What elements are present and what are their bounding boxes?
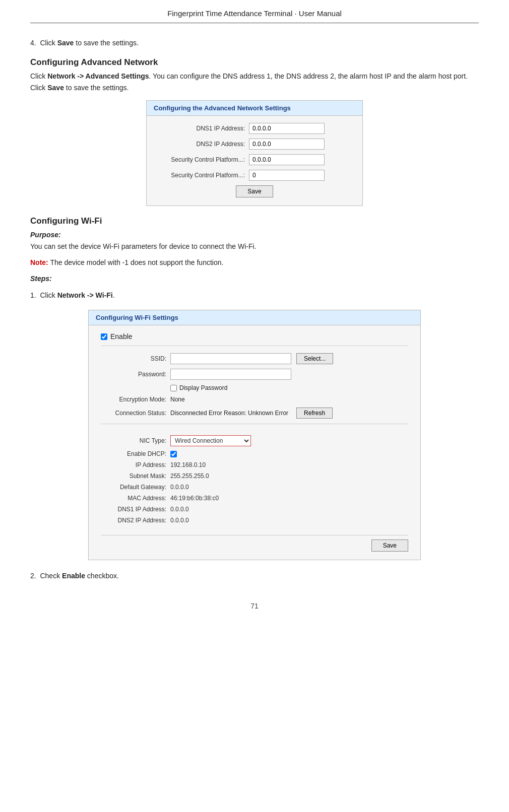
wifi-enable-checkbox[interactable] — [101, 333, 107, 340]
wifi-purpose-text: You can set the device Wi-Fi parameters … — [30, 242, 256, 250]
default-gateway-value: 0.0.0.0 — [170, 484, 189, 491]
wifi-steps-label: Steps: — [30, 275, 52, 283]
wifi-dns2-label: DNS2 IP Address: — [101, 517, 166, 524]
nic-type-label: NIC Type: — [101, 437, 166, 444]
wifi-save-button[interactable]: Save — [371, 539, 408, 552]
mac-address-value: 46:19:b6:0b:38:c0 — [170, 495, 219, 502]
wifi-connection-row: Connection Status: Disconnected Error Re… — [101, 408, 408, 424]
mac-address-row: MAC Address: 46:19:b6:0b:38:c0 — [101, 495, 408, 502]
wifi-dns2-value: 0.0.0.0 — [170, 517, 189, 524]
step4-rest: to save the settings. — [74, 39, 138, 47]
wifi-password-input[interactable] — [170, 369, 291, 380]
wifi-encryption-label: Encryption Mode: — [101, 396, 166, 403]
wifi-dns1-value: 0.0.0.0 — [170, 506, 189, 513]
wifi-dialog-body: Enable SSID: Select... Password: Display… — [89, 325, 420, 560]
wifi-steps: Steps: — [30, 273, 479, 284]
wifi-connection-status: Disconnected Error Reason: Unknown Error — [170, 410, 288, 417]
wifi-encryption-value: None — [170, 396, 185, 403]
step4-text: Click — [40, 39, 57, 47]
wifi-dns1-label: DNS1 IP Address: — [101, 506, 166, 513]
security-platform2-row: Security Control Platform...: — [157, 170, 352, 181]
wifi-encryption-row: Encryption Mode: None — [101, 396, 408, 403]
wifi-note-label: Note: — [30, 258, 48, 266]
advanced-network-title: Configuring Advanced Network — [30, 57, 479, 67]
security-platform2-input[interactable] — [249, 170, 325, 181]
header-subtitle: User Manual — [299, 9, 342, 18]
wifi-step1: 1. Click Network -> Wi-Fi. — [30, 290, 479, 301]
wifi-ssid-row: SSID: Select... — [101, 353, 408, 364]
ip-address-value: 192.168.0.10 — [170, 461, 206, 468]
wifi-password-label: Password: — [101, 371, 166, 378]
ip-address-row: IP Address: 192.168.0.10 — [101, 461, 408, 468]
header-title: Fingerprint Time Attendance Terminal — [167, 9, 292, 18]
header-sep: · — [292, 9, 299, 18]
enable-dhcp-checkbox[interactable] — [170, 451, 177, 457]
wifi-note: Note: The device model with -1 does not … — [30, 257, 479, 268]
ip-address-label: IP Address: — [101, 461, 166, 468]
nic-section: NIC Type: Wired Connection Enable DHCP: … — [101, 430, 408, 530]
advanced-network-dialog-title: Configuring the Advanced Network Setting… — [147, 101, 362, 116]
page-number: 71 — [30, 602, 479, 610]
nic-type-select[interactable]: Wired Connection — [170, 435, 251, 446]
wifi-enable-row: Enable — [101, 332, 408, 346]
dns1-input[interactable] — [249, 123, 325, 134]
security-platform1-row: Security Control Platform...: — [157, 154, 352, 165]
wifi-dialog: Configuring Wi-Fi Settings Enable SSID: … — [88, 310, 421, 560]
wifi-step2: 2. Check Enable checkbox. — [30, 570, 479, 581]
enable-dhcp-label: Enable DHCP: — [101, 450, 166, 457]
step4-bold: Save — [57, 39, 74, 47]
wifi-ssid-label: SSID: — [101, 355, 166, 362]
advanced-network-dialog: Configuring the Advanced Network Setting… — [146, 100, 363, 206]
security-platform1-label: Security Control Platform...: — [157, 156, 245, 163]
dns1-label: DNS1 IP Address: — [157, 125, 245, 132]
dns2-row: DNS2 IP Address: — [157, 139, 352, 150]
wifi-display-password-row: Display Password — [101, 384, 408, 391]
wifi-dns1-row: DNS1 IP Address: 0.0.0.0 — [101, 506, 408, 513]
wifi-purpose: Purpose: You can set the device Wi-Fi pa… — [30, 229, 479, 252]
default-gateway-label: Default Gateway: — [101, 484, 166, 491]
dns2-label: DNS2 IP Address: — [157, 141, 245, 148]
subnet-mask-label: Subnet Mask: — [101, 472, 166, 480]
wifi-dialog-title: Configuring Wi-Fi Settings — [89, 310, 420, 325]
step4-para: 4. Click Save to save the settings. — [30, 37, 479, 48]
enable-dhcp-row: Enable DHCP: — [101, 450, 408, 457]
nic-type-row: NIC Type: Wired Connection — [101, 435, 408, 446]
page-header: Fingerprint Time Attendance Terminal · U… — [30, 0, 479, 23]
wifi-ssid-input[interactable] — [170, 353, 291, 364]
wifi-save-row: Save — [101, 535, 408, 553]
wifi-purpose-label: Purpose: — [30, 231, 61, 239]
subnet-mask-row: Subnet Mask: 255.255.255.0 — [101, 472, 408, 480]
wifi-password-row: Password: — [101, 369, 408, 380]
wifi-note-text: The device model with -1 does not suppor… — [48, 258, 224, 266]
step4-num: 4. — [30, 39, 40, 47]
wifi-dns2-row: DNS2 IP Address: 0.0.0.0 — [101, 517, 408, 524]
wifi-display-password-checkbox[interactable] — [170, 385, 177, 391]
default-gateway-row: Default Gateway: 0.0.0.0 — [101, 484, 408, 491]
security-platform2-label: Security Control Platform...: — [157, 172, 245, 179]
wifi-enable-label: Enable — [110, 332, 133, 341]
mac-address-label: MAC Address: — [101, 495, 166, 502]
security-platform1-input[interactable] — [249, 154, 325, 165]
advanced-network-dialog-body: DNS1 IP Address: DNS2 IP Address: Securi… — [147, 116, 362, 206]
wifi-refresh-button[interactable]: Refresh — [296, 408, 333, 419]
subnet-mask-value: 255.255.255.0 — [170, 472, 209, 480]
wifi-select-button[interactable]: Select... — [296, 353, 333, 364]
advanced-network-intro: Click Network -> Advanced Settings. You … — [30, 71, 479, 93]
wifi-connection-label: Connection Status: — [101, 410, 166, 417]
dns2-input[interactable] — [249, 139, 325, 150]
dns1-row: DNS1 IP Address: — [157, 123, 352, 134]
advanced-save-button[interactable]: Save — [236, 185, 273, 197]
wifi-title: Configuring Wi-Fi — [30, 216, 479, 226]
wifi-display-password-label: Display Password — [170, 384, 227, 391]
